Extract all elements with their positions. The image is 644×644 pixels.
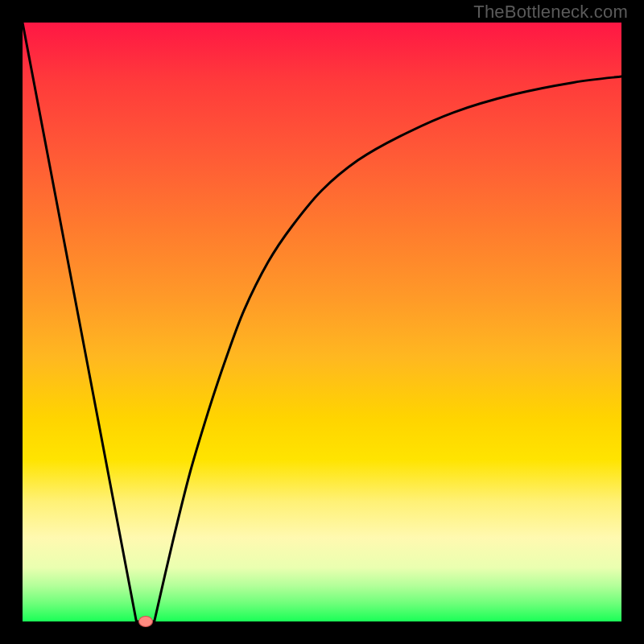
optimal-point-marker xyxy=(138,616,153,627)
bottleneck-curve xyxy=(23,23,621,621)
curve-left-leg xyxy=(23,23,155,621)
curve-right-leg xyxy=(155,76,621,621)
chart-frame: TheBottleneck.com xyxy=(0,0,644,644)
watermark-text: TheBottleneck.com xyxy=(473,2,628,23)
